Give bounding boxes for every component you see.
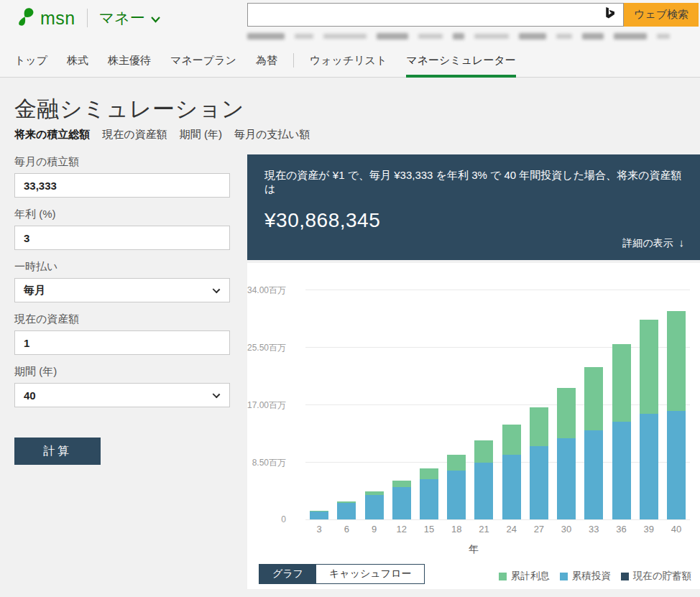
stacked-bar-21 (474, 440, 493, 519)
y-tick-label: 17.00百万 (200, 399, 286, 412)
stacked-bar-40 (667, 311, 686, 520)
search-input[interactable] (248, 4, 602, 26)
input-年利 (%)[interactable] (15, 226, 229, 249)
nav-item-株式[interactable]: 株式 (67, 43, 88, 78)
stacked-bar-39 (640, 320, 658, 519)
toggle-グラフ[interactable]: グラフ (259, 565, 316, 583)
bar-segment (474, 440, 493, 463)
stacked-bar-24 (502, 425, 521, 519)
bar-segment (667, 411, 686, 519)
bar-segment (502, 455, 521, 519)
input-box (14, 173, 230, 198)
toggle-キャッシュフロー[interactable]: キャッシュフロー (316, 565, 424, 583)
bar-series (305, 290, 690, 519)
field-label: 期間 (年) (14, 365, 230, 379)
subtab-毎月の支払い額[interactable]: 毎月の支払い額 (234, 128, 310, 142)
bar-slot-24 (498, 290, 525, 519)
web-search-button[interactable]: ウェブ検索 (624, 3, 699, 27)
chart-legend: 累計利息累積投資現在の貯蓄額 (489, 570, 691, 583)
chevron-down-icon[interactable] (151, 13, 160, 26)
nav-item-マネープラン[interactable]: マネープラン (170, 43, 236, 78)
details-link[interactable]: 詳細の表示↓ (622, 236, 684, 250)
x-tick-label: 9 (360, 524, 387, 534)
bar-slot-39 (635, 290, 663, 519)
blurred-text (247, 33, 285, 40)
brand-divider (87, 9, 88, 27)
blurred-text (418, 34, 443, 39)
blurred-text (323, 34, 367, 39)
bar-segment (667, 311, 686, 412)
msn-wordmark[interactable]: msn (40, 8, 75, 29)
x-tick-label: 24 (498, 524, 525, 534)
bar-slot-12 (388, 290, 415, 519)
blurred-text (295, 34, 313, 39)
search-bar (247, 3, 624, 27)
legend-label: 累計利息 (511, 570, 550, 583)
blurred-text (582, 33, 604, 40)
chart-panel: 34.00百万25.50百万17.00百万8.50百万0 36912151821… (247, 263, 700, 589)
nav-item-ウォッチリスト[interactable]: ウォッチリスト (310, 43, 387, 78)
x-tick-label: 36 (607, 524, 635, 534)
blurred-text (657, 34, 670, 39)
chevron-down-icon (213, 391, 221, 399)
legend-swatch (499, 573, 507, 580)
bar-segment (612, 344, 631, 422)
input-毎月の積立額[interactable] (15, 174, 229, 197)
bar-segment (420, 468, 438, 479)
chart-plot: 34.00百万25.50百万17.00百万8.50百万0 (305, 290, 690, 519)
stacked-bar-6 (337, 501, 356, 519)
bar-segment (392, 481, 411, 487)
select-一時払い[interactable]: 毎月 (14, 278, 230, 302)
nav-item-為替[interactable]: 為替 (256, 43, 277, 78)
subtab-将来の積立総額[interactable]: 将来の積立総額 (14, 128, 90, 142)
nav-item-トップ[interactable]: トップ (14, 43, 47, 78)
bar-slot-3 (305, 290, 333, 519)
bar-slot-40 (663, 290, 690, 519)
msn-butterfly-icon[interactable] (14, 6, 36, 30)
bar-slot-21 (470, 290, 497, 519)
subtab-期間 (年)[interactable]: 期間 (年) (180, 128, 222, 142)
stacked-bar-15 (420, 468, 438, 519)
stacked-bar-12 (392, 481, 411, 519)
x-tick-label: 27 (525, 524, 553, 534)
bing-icon (602, 6, 617, 24)
x-tick-label: 6 (333, 524, 360, 534)
vertical-title[interactable]: マネー (99, 8, 145, 28)
x-tick-label: 39 (635, 524, 663, 534)
field-label: 毎月の積立額 (14, 155, 230, 169)
select-value: 40 (15, 389, 45, 402)
result-panel: 現在の資産が ¥1 で、毎月 ¥33,333 を年利 3% で 40 年間投資し… (247, 154, 700, 260)
x-tick-label: 40 (663, 524, 690, 534)
header: msn マネー ウェブ検索 (0, 0, 700, 78)
stacked-bar-36 (612, 344, 631, 519)
legend-swatch (560, 573, 568, 580)
bar-segment (640, 414, 658, 519)
blurred-text (556, 34, 572, 39)
result-amount: ¥30,868,345 (264, 209, 683, 232)
blurred-text (453, 33, 464, 40)
chart-toggle: グラフキャッシュフロー (259, 564, 425, 584)
input-現在の資産額[interactable] (15, 331, 229, 354)
bar-segment (392, 487, 411, 519)
y-tick-label: 25.50百万 (200, 342, 286, 354)
chart-x-axis-title: 年 (247, 543, 700, 556)
result-summary: 現在の資産が ¥1 で、毎月 ¥33,333 を年利 3% で 40 年間投資し… (264, 169, 683, 196)
select-value: 毎月 (15, 284, 54, 297)
x-tick-label: 33 (580, 524, 607, 534)
legend-item-現在の貯蓄額: 現在の貯蓄額 (621, 570, 691, 583)
calculate-button[interactable]: 計算 (14, 438, 101, 465)
x-tick-label: 18 (443, 524, 470, 534)
stacked-bar-18 (447, 455, 466, 519)
field-label: 現在の資産額 (14, 313, 230, 326)
select-期間 (年)[interactable]: 40 (14, 383, 230, 407)
subtab-現在の資産額[interactable]: 現在の資産額 (102, 128, 167, 142)
field-label: 年利 (%) (14, 208, 230, 221)
bar-segment (640, 320, 658, 414)
form-fields: 毎月の積立額年利 (%)一時払い毎月現在の資産額期間 (年)40 (14, 155, 230, 407)
nav-item-マネーシミュレーター[interactable]: マネーシミュレーター (406, 43, 515, 78)
stacked-bar-3 (310, 511, 328, 519)
x-tick-label: 30 (553, 524, 580, 534)
bar-slot-33 (580, 290, 607, 519)
y-tick-label: 8.50百万 (200, 457, 286, 469)
nav-item-株主優待[interactable]: 株主優待 (108, 43, 151, 78)
